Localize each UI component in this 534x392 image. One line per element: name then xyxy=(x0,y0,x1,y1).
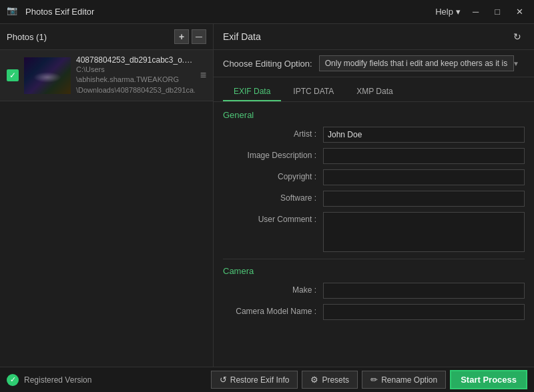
restore-exif-button[interactable]: ↺ Restore Exif Info xyxy=(211,371,298,389)
photo-info: 40878804253_db291cabc3_o.png C:\Users \a… xyxy=(76,55,195,95)
editing-label: Choose Editing Option: xyxy=(223,59,312,69)
presets-label: Presets xyxy=(322,375,349,385)
maximize-button[interactable]: □ xyxy=(491,5,504,18)
form-row-copyright: Copyright : xyxy=(223,169,525,185)
make-label: Make : xyxy=(223,283,323,295)
photo-menu-icon[interactable]: ≡ xyxy=(200,69,206,81)
editing-select[interactable]: Only modify fields that i edit and keep … xyxy=(319,55,514,71)
section-camera-title: Camera xyxy=(223,266,525,276)
photos-title: Photos (1) xyxy=(7,32,47,42)
photo-thumbnail xyxy=(24,57,71,94)
photo-path: C:\Users \abhishek.sharma.TWEAKORG \Down… xyxy=(76,65,195,95)
user-comment-label: User Comment : xyxy=(223,212,323,224)
form-row-make: Make : xyxy=(223,283,525,299)
close-button[interactable]: ✕ xyxy=(512,5,527,18)
photos-header: Photos (1) + ─ xyxy=(0,24,213,50)
software-input[interactable] xyxy=(323,191,525,207)
artist-input[interactable] xyxy=(323,127,525,143)
restore-label: Restore Exif Info xyxy=(230,375,290,385)
form-row-artist: Artist : xyxy=(223,127,525,143)
user-comment-input[interactable] xyxy=(323,212,525,252)
photo-name: 40878804253_db291cabc3_o.png xyxy=(76,55,195,65)
section-general-title: General xyxy=(223,110,525,120)
minimize-button[interactable]: ─ xyxy=(469,5,483,18)
footer: ✓ Registered Version ↺ Restore Exif Info… xyxy=(0,367,534,392)
tab-iptc-data[interactable]: IPTC DATA xyxy=(282,83,344,101)
form-row-user-comment: User Comment : xyxy=(223,212,525,252)
app-icon: 📷 xyxy=(7,5,20,19)
form-content: General Artist : Image Description : Cop… xyxy=(214,102,534,367)
restore-icon: ↺ xyxy=(220,375,227,385)
main-layout: Photos (1) + ─ ✓ 40878804253_db291cabc3_… xyxy=(0,24,534,367)
start-process-label: Start Process xyxy=(461,375,517,385)
title-bar-left: 📷 Photos Exif Editor xyxy=(7,5,94,19)
rename-label: Rename Option xyxy=(381,375,437,385)
footer-actions: ↺ Restore Exif Info ⚙ Presets ✏ Rename O… xyxy=(211,370,527,389)
rename-option-button[interactable]: ✏ Rename Option xyxy=(362,371,446,389)
camera-model-label: Camera Model Name : xyxy=(223,304,323,316)
remove-photo-button[interactable]: ─ xyxy=(192,29,206,44)
photo-item[interactable]: ✓ 40878804253_db291cabc3_o.png C:\Users … xyxy=(0,50,213,101)
title-bar: 📷 Photos Exif Editor Help ▾ ─ □ ✕ xyxy=(0,0,534,24)
path-line3: \Downloads\40878804253_db291ca... xyxy=(76,86,195,94)
left-panel: Photos (1) + ─ ✓ 40878804253_db291cabc3_… xyxy=(0,24,214,367)
add-photo-button[interactable]: + xyxy=(174,29,189,44)
refresh-button[interactable]: ↻ xyxy=(510,29,525,44)
editing-select-wrap: Only modify fields that i edit and keep … xyxy=(319,55,525,71)
registered-text: Registered Version xyxy=(24,375,91,385)
tab-exif-data[interactable]: EXIF Data xyxy=(223,83,281,101)
path-line2: \abhishek.sharma.TWEAKORG xyxy=(76,75,179,83)
tab-xmp-data[interactable]: XMP Data xyxy=(346,83,403,101)
photos-actions: + ─ xyxy=(174,29,206,44)
form-row-camera-model: Camera Model Name : xyxy=(223,304,525,320)
path-line1: C:\Users xyxy=(76,65,105,73)
form-row-image-desc: Image Description : xyxy=(223,148,525,164)
right-panel: Exif Data ↻ Choose Editing Option: Only … xyxy=(214,24,534,367)
camera-model-input[interactable] xyxy=(323,304,525,320)
copyright-label: Copyright : xyxy=(223,169,323,181)
editing-option-bar: Choose Editing Option: Only modify field… xyxy=(214,50,534,77)
help-button[interactable]: Help ▾ xyxy=(435,7,461,17)
title-bar-right: Help ▾ ─ □ ✕ xyxy=(435,5,527,18)
copyright-input[interactable] xyxy=(323,169,525,185)
make-input[interactable] xyxy=(323,283,525,299)
chevron-icon: ▾ xyxy=(456,7,461,17)
tabs-row: EXIF Data IPTC DATA XMP Data xyxy=(214,77,534,102)
image-description-label: Image Description : xyxy=(223,148,323,160)
presets-button[interactable]: ⚙ Presets xyxy=(302,371,358,389)
start-process-button[interactable]: Start Process xyxy=(450,370,527,389)
artist-label: Artist : xyxy=(223,127,323,139)
presets-icon: ⚙ xyxy=(310,375,318,385)
registered-icon: ✓ xyxy=(7,374,19,386)
image-description-input[interactable] xyxy=(323,148,525,164)
exif-title: Exif Data xyxy=(223,31,261,42)
photo-checkbox[interactable]: ✓ xyxy=(7,69,19,81)
software-label: Software : xyxy=(223,191,323,203)
app-title: Photos Exif Editor xyxy=(25,7,94,17)
rename-icon: ✏ xyxy=(370,375,378,385)
help-label: Help xyxy=(435,7,453,17)
exif-header: Exif Data ↻ xyxy=(214,24,534,50)
form-row-software: Software : xyxy=(223,191,525,207)
footer-left: ✓ Registered Version xyxy=(7,374,91,386)
section-divider xyxy=(223,259,525,259)
